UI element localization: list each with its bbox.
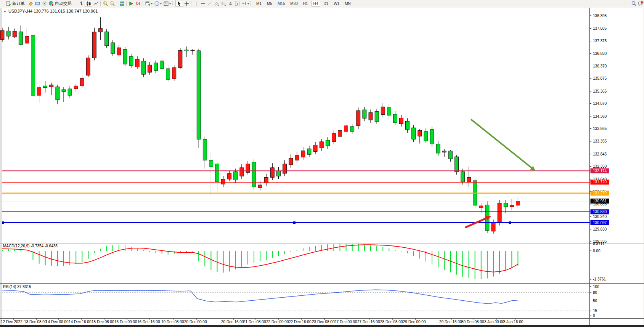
equidistant-channel-icon[interactable]: E [213,0,220,6]
svg-text:T: T [236,2,239,6]
price-axis[interactable]: 138.395137.885137.375136.880136.370135.8… [589,14,607,244]
svg-text:27 Dec 00:00: 27 Dec 00:00 [334,320,357,324]
svg-text:19 Dec 08:00: 19 Dec 08:00 [161,320,184,324]
crosshair-icon[interactable] [183,0,190,6]
timeframe-W1[interactable]: W1 [331,1,342,6]
label-icon[interactable]: T [234,0,241,6]
chart-shift-icon[interactable] [135,0,141,6]
svg-text:F: F [225,4,226,6]
bull-candle [0,30,4,40]
bar-chart-icon[interactable] [78,0,85,6]
rsi-indicator-label: RSI(14) 37.8315 [3,285,31,289]
svg-text:14 Dec 16:00: 14 Dec 16:00 [69,320,92,324]
svg-text:30 Dec 08:00: 30 Dec 08:00 [461,320,484,324]
signals-icon[interactable] [41,0,48,6]
downtrend-arrow[interactable] [471,119,532,168]
auto-scroll-icon[interactable] [128,0,135,6]
horizontal-line-icon[interactable] [199,0,206,6]
arrows-icon-dropdown[interactable]: ▾ [247,2,249,5]
bear-candle [436,144,440,153]
market-watch-icon[interactable] [34,0,41,6]
new-chart-icon[interactable] [144,0,151,6]
arrows-icon[interactable] [241,0,247,6]
bear-candle [123,50,127,64]
bull-candle [13,31,16,37]
autotrading-icon[interactable] [48,0,55,6]
chart-title: ▼USDJPY-,H4 130.776 131.015 130.747 130.… [3,9,98,13]
timeframe-H1[interactable]: H1 [301,1,310,6]
price-lines-layer[interactable]: 132.174131.720131.279130.961130.530130.0… [2,168,609,225]
bear-candle [209,160,213,167]
trendline-icon[interactable] [206,0,213,6]
timeframe-M1[interactable]: M1 [254,1,264,6]
bear-candle [197,51,201,139]
periods-icon-dropdown[interactable]: ▾ [160,2,162,5]
svg-text:0.3417: 0.3417 [593,242,605,246]
bull-candle [270,168,274,178]
collapse-icon[interactable]: ▼ [3,10,6,13]
svg-text:3 Jan 00:00: 3 Jan 00:00 [484,320,504,324]
fibonacci-icon[interactable]: F [220,0,227,6]
bull-candle [338,130,342,136]
svg-text:E: E [217,4,219,6]
svg-text:130.097: 130.097 [593,221,607,225]
templates-icon[interactable] [162,0,169,6]
svg-text:135.365: 135.365 [593,89,607,93]
periods-icon[interactable] [153,0,160,6]
svg-text:0.00: 0.00 [593,249,601,253]
bull-candle [80,79,84,86]
svg-text:16 Dec 00:00: 16 Dec 00:00 [114,320,137,324]
bear-candle [326,140,329,146]
timeframe-MN[interactable]: MN [342,1,353,6]
notifications-icon[interactable]: 1 [637,0,644,6]
toolbar-grip [172,1,174,6]
hline-handle[interactable] [2,222,4,224]
zoom-in-icon[interactable] [102,0,109,6]
timeframe-M5[interactable]: M5 [265,1,275,6]
timeframe-H4[interactable]: H4 [311,1,321,6]
svg-text:13 Dec 08:00: 13 Dec 08:00 [24,320,47,324]
svg-text:27 Dec 16:00: 27 Dec 16:00 [357,320,380,324]
line-chart-icon[interactable] [92,0,99,6]
zoom-out-icon[interactable] [109,0,116,6]
search-icon[interactable] [630,0,637,6]
bull-candle [313,145,317,151]
templates-icon-dropdown[interactable]: ▾ [169,2,171,5]
bear-candle [430,130,434,144]
text-icon[interactable]: A [227,0,234,6]
bull-candle [369,112,373,120]
metaeditor-icon[interactable] [27,0,34,6]
bull-candle [240,168,244,176]
svg-text:-1.3761: -1.3761 [593,277,606,281]
hline-handle[interactable] [294,222,296,224]
time-axis[interactable]: 12 Dec 202213 Dec 08:0014 Dec 00:0014 De… [1,319,524,324]
tile-windows-icon[interactable] [118,0,125,6]
bear-candle [461,172,465,182]
hline-handle[interactable] [509,222,511,224]
auto-trading-label[interactable]: 自动交易 [55,1,72,6]
cursor-icon[interactable] [175,0,183,7]
svg-text:1: 1 [641,1,643,3]
new-order-icon[interactable] [5,0,12,6]
svg-text:3 Jan 16:00: 3 Jan 16:00 [503,320,524,324]
bear-candle [111,43,115,53]
bear-candle [185,50,188,51]
timeframe-M15[interactable]: M15 [275,1,287,6]
bull-candle [344,126,348,131]
bear-candle [105,32,109,46]
vertical-line-icon[interactable] [193,0,199,6]
new-chart-icon-dropdown[interactable]: ▾ [151,2,153,5]
bull-candle [418,130,422,136]
bear-candle [393,114,397,123]
bull-candle [178,50,182,67]
bull-candle [498,203,501,223]
chart-canvas[interactable]: 138.395137.885137.375136.880136.370135.8… [0,0,644,327]
svg-text:29 Dec 16:00: 29 Dec 16:00 [439,320,462,324]
new-order-label[interactable]: 新订单 [12,1,25,6]
bear-candle [129,56,133,66]
bull-candle [222,179,225,184]
svg-text:21 Dec 08:00: 21 Dec 08:00 [243,320,266,324]
timeframe-D1[interactable]: D1 [321,1,331,6]
candlestick-chart-icon[interactable] [85,0,92,7]
timeframe-M30[interactable]: M30 [288,1,300,6]
